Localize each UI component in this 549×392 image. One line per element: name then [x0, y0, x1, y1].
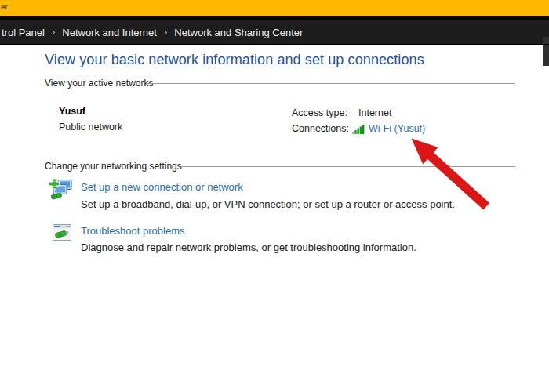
window-edge: [543, 37, 549, 66]
titlebar-text: er: [1, 3, 8, 11]
page-title: View your basic network information and …: [45, 52, 424, 68]
connections-label: Connections:: [292, 123, 349, 134]
chevron-right-icon: ›: [164, 26, 167, 38]
breadcrumb-bar: trol Panel › Network and Internet › Netw…: [0, 20, 549, 44]
network-profile: Public network: [59, 122, 122, 132]
breadcrumb-item-network-and-internet[interactable]: Network and Internet: [62, 27, 157, 38]
titlebar: er: [0, 0, 549, 16]
wifi-signal-icon: [352, 125, 365, 134]
breadcrumb: trol Panel › Network and Internet › Netw…: [2, 20, 303, 44]
network-name: Yusuf: [59, 106, 85, 117]
settings-section-label: Change your networking settings: [45, 161, 182, 172]
breadcrumb-bottom-border: [0, 44, 549, 45]
active-networks-section-label: View your active networks: [45, 78, 154, 89]
breadcrumb-item-network-sharing-center[interactable]: Network and Sharing Center: [174, 27, 303, 38]
wifi-connection-link[interactable]: Wi-Fi (Yusuf): [369, 123, 425, 134]
setup-new-connection-description: Set up a broadband, dial-up, or VPN conn…: [81, 198, 455, 210]
chevron-right-icon: ›: [52, 26, 55, 38]
access-type-value: Internet: [358, 107, 391, 118]
troubleshoot-problems-description: Diagnose and repair network problems, or…: [81, 241, 416, 253]
access-type-label: Access type:: [292, 107, 347, 118]
troubleshoot-icon: [52, 223, 72, 243]
breadcrumb-item-control-panel[interactable]: trol Panel: [2, 27, 45, 38]
vertical-divider: [289, 104, 289, 144]
new-connection-icon: [49, 179, 73, 202]
troubleshoot-problems-link[interactable]: Troubleshoot problems: [81, 225, 184, 237]
section-divider: [146, 83, 515, 84]
section-divider: [180, 166, 515, 167]
network-sharing-center-window: er trol Panel › Network and Internet › N…: [0, 0, 549, 392]
setup-new-connection-link[interactable]: Set up a new connection or network: [81, 181, 243, 193]
